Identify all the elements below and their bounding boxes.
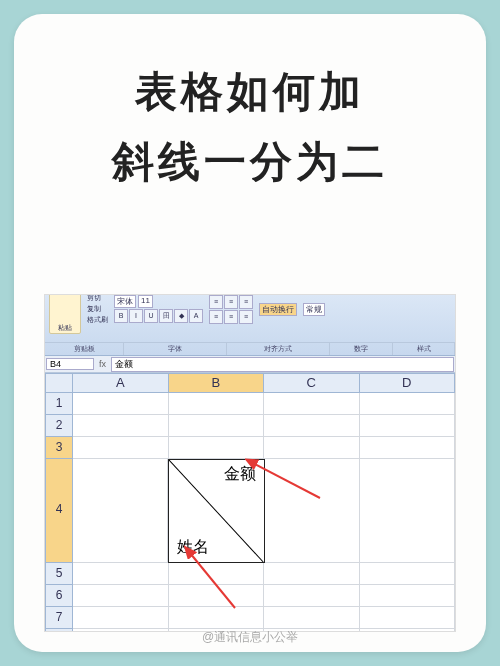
cell[interactable]	[73, 585, 169, 607]
cell[interactable]	[264, 563, 360, 585]
title-area: 表格如何加 斜线一分为二	[14, 14, 486, 190]
cell[interactable]	[169, 563, 265, 585]
cell[interactable]	[360, 459, 455, 563]
font-color-button[interactable]: A	[189, 309, 203, 323]
title-line-1: 表格如何加	[14, 64, 486, 120]
fx-icon: fx	[95, 359, 110, 369]
cell[interactable]	[360, 563, 456, 585]
bold-button[interactable]: B	[114, 309, 128, 323]
cell[interactable]	[73, 563, 169, 585]
cell[interactable]	[169, 393, 265, 415]
select-all-corner[interactable]	[45, 373, 73, 393]
ribbon: 粘贴 剪切 复制 格式刷 宋体 11 B I U 田	[45, 295, 455, 356]
group-font: 字体	[124, 343, 227, 355]
excel-screenshot: 粘贴 剪切 复制 格式刷 宋体 11 B I U 田	[44, 294, 456, 632]
cell[interactable]	[360, 415, 456, 437]
clip-format[interactable]: 格式刷	[87, 315, 108, 325]
group-align: 对齐方式	[227, 343, 330, 355]
align-center[interactable]: ≡	[224, 310, 238, 324]
wrap-text-button[interactable]: 自动换行	[259, 303, 297, 316]
cell[interactable]	[73, 415, 169, 437]
row-6[interactable]: 6	[45, 585, 73, 607]
italic-button[interactable]: I	[129, 309, 143, 323]
paste-button[interactable]: 粘贴	[49, 294, 81, 334]
cell[interactable]	[73, 459, 168, 563]
col-C[interactable]: C	[264, 373, 360, 393]
row-4[interactable]: 4	[45, 459, 73, 563]
clip-copy[interactable]: 复制	[87, 304, 108, 314]
cell[interactable]	[360, 437, 456, 459]
spreadsheet-grid: A B C D 1 2 3 4 金额 姓名	[45, 373, 455, 631]
align-bot[interactable]: ≡	[239, 295, 253, 309]
diag-top-label: 金额	[224, 464, 256, 485]
row-1[interactable]: 1	[45, 393, 73, 415]
cell[interactable]	[73, 607, 169, 629]
group-style: 样式	[393, 343, 455, 355]
cell[interactable]	[264, 607, 360, 629]
cell[interactable]	[265, 459, 360, 563]
clipboard-mini: 剪切 复制 格式刷	[87, 294, 108, 325]
name-box[interactable]: B4	[46, 358, 94, 370]
cell[interactable]	[169, 585, 265, 607]
cell[interactable]	[169, 437, 265, 459]
paste-label: 粘贴	[50, 323, 80, 333]
watermark: @通讯信息小公举	[14, 629, 486, 646]
row-7[interactable]: 7	[45, 607, 73, 629]
clip-cut[interactable]: 剪切	[87, 294, 108, 303]
cell[interactable]	[169, 415, 265, 437]
align-right[interactable]: ≡	[239, 310, 253, 324]
row-2[interactable]: 2	[45, 415, 73, 437]
cell[interactable]	[264, 415, 360, 437]
diagonal-split-cell[interactable]: 金额 姓名	[168, 459, 264, 563]
group-number: 数字	[330, 343, 393, 355]
fill-button[interactable]: ◆	[174, 309, 188, 323]
cell[interactable]	[360, 393, 456, 415]
cell[interactable]	[264, 585, 360, 607]
cell[interactable]	[73, 393, 169, 415]
diag-bottom-label: 姓名	[177, 537, 209, 558]
border-button[interactable]: 田	[159, 309, 173, 323]
formula-input[interactable]: 金额	[111, 357, 454, 372]
col-B[interactable]: B	[169, 373, 265, 393]
number-format-select[interactable]: 常规	[303, 303, 325, 316]
cell[interactable]	[73, 437, 169, 459]
cell[interactable]	[360, 607, 456, 629]
col-D[interactable]: D	[360, 373, 456, 393]
row-5[interactable]: 5	[45, 563, 73, 585]
row-3[interactable]: 3	[45, 437, 73, 459]
align-top[interactable]: ≡	[209, 295, 223, 309]
align-mid[interactable]: ≡	[224, 295, 238, 309]
font-name-select[interactable]: 宋体	[114, 295, 136, 308]
rows-container: 1 2 3 4 金额 姓名 5 6	[45, 393, 455, 632]
content-card: 表格如何加 斜线一分为二 粘贴 剪切 复制 格式刷 宋体 11	[14, 14, 486, 652]
align-left[interactable]: ≡	[209, 310, 223, 324]
cell[interactable]	[264, 393, 360, 415]
title-line-2: 斜线一分为二	[14, 134, 486, 190]
cell[interactable]	[169, 607, 265, 629]
font-size-select[interactable]: 11	[138, 295, 153, 308]
cell[interactable]	[264, 437, 360, 459]
col-A[interactable]: A	[73, 373, 169, 393]
group-clipboard: 剪贴板	[45, 343, 124, 355]
cell[interactable]	[360, 585, 456, 607]
formula-bar: B4 fx 金额	[45, 356, 455, 373]
column-headers: A B C D	[45, 373, 455, 393]
underline-button[interactable]: U	[144, 309, 158, 323]
